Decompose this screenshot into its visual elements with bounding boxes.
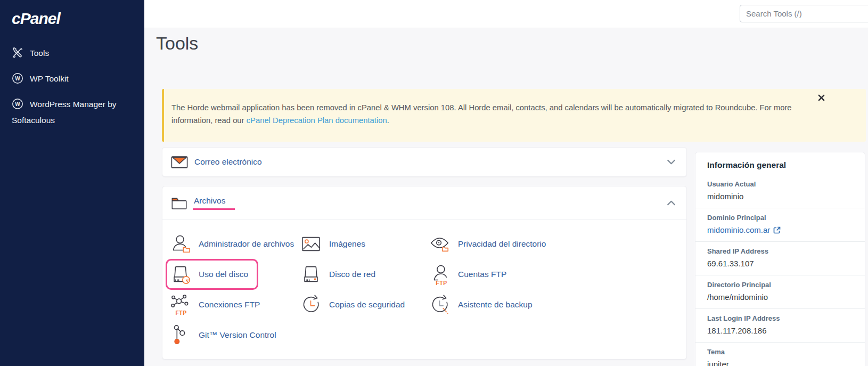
info-row-current-user: Usuario Actual midominio [695, 175, 865, 208]
ftp-connections-icon: FTP [169, 292, 192, 317]
deprecation-plan-link[interactable]: cPanel Deprecation Plan documentation [247, 116, 387, 125]
tool-item-network-disk[interactable]: Disco de red [299, 262, 375, 287]
page-title: Tools [156, 33, 198, 54]
network-disk-icon [299, 262, 323, 287]
tool-item-label: Asistente de backup [458, 300, 533, 310]
info-row-home-directory: Directorio Principal /home/midominio [695, 275, 865, 308]
images-icon [299, 232, 323, 256]
backup-wizard-icon [428, 292, 452, 317]
tool-item-label: Conexiones FTP [199, 300, 260, 310]
tool-item-images[interactable]: Imágenes [299, 232, 365, 256]
info-value: 69.61.33.107 [707, 259, 853, 268]
tool-item-label: Git™ Version Control [199, 330, 276, 340]
external-link-icon [773, 226, 781, 234]
tool-item-label: Uso del disco [199, 270, 248, 279]
chevron-down-icon [667, 159, 676, 165]
info-label: Dominio Principal [707, 214, 853, 222]
directory-privacy-icon [428, 232, 452, 256]
sidebar-item-label: Tools [30, 48, 49, 58]
svg-text:FTP: FTP [175, 310, 186, 316]
info-label: Shared IP Address [707, 247, 853, 255]
backup-icon [299, 292, 323, 317]
section-title: Correo electrónico [194, 157, 262, 167]
sidebar: cPanel Tools W WP Toolkit W [0, 0, 144, 366]
tool-item-backup-wizard[interactable]: Asistente de backup [428, 292, 533, 317]
deprecation-banner: The Horde webmail application has been r… [162, 89, 866, 142]
cpanel-logo[interactable]: cPanel [12, 10, 60, 28]
tool-item-directory-privacy[interactable]: Privacidad del directorio [428, 232, 546, 256]
svg-text:FTP: FTP [436, 280, 447, 286]
banner-text-end: . [387, 116, 389, 125]
sidebar-nav: Tools W WP Toolkit W WordPress Manager b… [0, 40, 144, 133]
tool-item-backup[interactable]: Copias de seguridad [299, 292, 405, 317]
tool-item-disk-usage-highlighted[interactable]: Uso del disco [166, 259, 258, 290]
ftp-accounts-icon: FTP [428, 262, 452, 287]
tool-item-label: Privacidad del directorio [458, 239, 546, 249]
tool-item-label: Cuentas FTP [458, 270, 506, 279]
tool-item-ftp-accounts[interactable]: FTP Cuentas FTP [428, 262, 506, 287]
archivos-grid: Administrador de archivos Imágenes [169, 229, 686, 350]
tools-icon [12, 47, 23, 59]
tool-item-label: Imágenes [329, 239, 365, 249]
info-value: 181.117.208.186 [707, 326, 853, 335]
section-correo-electronico: Correo electrónico [162, 147, 687, 177]
tool-item-label: Administrador de archivos [199, 239, 294, 249]
info-label: Last Login IP Address [707, 314, 853, 322]
top-header [144, 0, 868, 28]
search-input[interactable] [740, 5, 868, 22]
file-manager-icon [169, 232, 192, 256]
info-label: Directorio Principal [707, 281, 853, 289]
tool-item-git-version-control[interactable]: Git™ Version Control [169, 323, 276, 347]
section-archivos-header[interactable]: Archivos [162, 186, 686, 220]
wordpress-icon: W [12, 98, 23, 110]
envelope-icon [171, 156, 188, 169]
tool-item-file-manager[interactable]: Administrador de archivos [169, 232, 294, 256]
section-correo-header[interactable]: Correo electrónico [162, 148, 686, 176]
chevron-up-icon [667, 200, 676, 206]
section-archivos: Archivos Administrador de archivos [162, 186, 687, 360]
info-row-theme: Tema jupiter [695, 342, 865, 366]
disk-usage-icon [169, 262, 192, 287]
tool-item-label: Disco de red [329, 270, 375, 279]
info-row-primary-domain: Dominio Principal midominio.com.ar [695, 208, 865, 241]
info-value: /home/midominio [707, 292, 853, 302]
svg-text:W: W [15, 76, 20, 82]
sidebar-item-wordpress-manager[interactable]: W WordPress Manager by Softaculous [0, 92, 144, 133]
info-label: Usuario Actual [707, 180, 853, 188]
info-value: jupiter [707, 360, 853, 366]
sidebar-item-label: WordPress Manager by Softaculous [12, 100, 117, 125]
general-information-panel: Información general Usuario Actual midom… [695, 152, 865, 366]
info-label: Tema [707, 348, 853, 356]
folder-icon [171, 196, 187, 210]
info-row-last-login-ip: Last Login IP Address 181.117.208.186 [695, 308, 865, 342]
info-value: midominio [707, 192, 853, 201]
info-panel-title: Información general [695, 160, 865, 170]
tool-item-ftp-connections[interactable]: FTP Conexiones FTP [169, 292, 260, 317]
info-row-shared-ip: Shared IP Address 69.61.33.107 [695, 241, 865, 275]
sidebar-item-wp-toolkit[interactable]: W WP Toolkit [0, 66, 144, 92]
tool-item-label: Copias de seguridad [329, 300, 405, 310]
section-title: Archivos [193, 196, 235, 210]
wordpress-icon: W [12, 72, 23, 84]
svg-text:W: W [15, 101, 20, 107]
sidebar-item-tools[interactable]: Tools [0, 40, 144, 66]
sidebar-item-label: WP Toolkit [30, 74, 69, 83]
git-icon [169, 323, 192, 347]
primary-domain-link[interactable]: midominio.com.ar [707, 225, 781, 234]
close-icon[interactable] [817, 92, 828, 103]
